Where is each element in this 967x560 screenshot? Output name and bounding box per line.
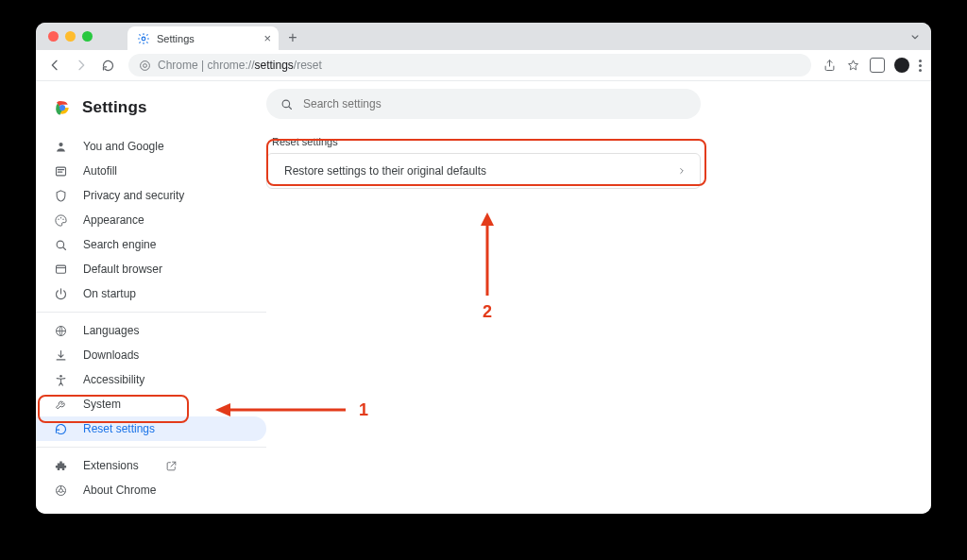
close-tab-icon[interactable]: × bbox=[263, 32, 271, 44]
kebab-menu-icon[interactable] bbox=[919, 59, 922, 72]
sidebar-item-label: On startup bbox=[83, 287, 136, 300]
sidebar-item-label: Accessibility bbox=[83, 373, 144, 386]
sidebar-item-label: Languages bbox=[83, 324, 139, 337]
sidebar-item-label: Privacy and security bbox=[83, 189, 184, 202]
content-area: Settings You and Google Autofill bbox=[36, 81, 931, 514]
address-bar[interactable]: Chrome | chrome://settings/reset bbox=[128, 54, 811, 76]
svg-point-11 bbox=[57, 241, 64, 248]
profile-avatar-icon[interactable] bbox=[894, 58, 909, 73]
sidebar-item-about-chrome[interactable]: About Chrome bbox=[36, 478, 266, 502]
svg-rect-12 bbox=[56, 265, 65, 273]
autofill-icon bbox=[53, 163, 68, 178]
sidebar-item-appearance[interactable]: Appearance bbox=[36, 208, 266, 232]
sidebar-item-label: Appearance bbox=[83, 213, 144, 227]
share-icon[interactable] bbox=[823, 59, 837, 73]
svg-point-2 bbox=[143, 63, 146, 67]
extensions-toolbar-icon[interactable] bbox=[870, 58, 885, 73]
globe-icon bbox=[53, 323, 68, 338]
settings-search[interactable] bbox=[266, 89, 701, 119]
titlebar: Settings × + bbox=[36, 23, 931, 50]
toolbar: Chrome | chrome://settings/reset bbox=[36, 50, 931, 81]
minimize-window-button[interactable] bbox=[65, 31, 76, 42]
bookmark-icon[interactable] bbox=[846, 59, 860, 73]
power-icon bbox=[53, 286, 68, 301]
svg-point-0 bbox=[142, 37, 145, 41]
divider bbox=[36, 447, 266, 448]
sidebar-item-reset-settings[interactable]: Reset settings bbox=[36, 416, 266, 441]
sidebar-item-languages[interactable]: Languages bbox=[36, 318, 266, 343]
accessibility-icon bbox=[53, 372, 68, 387]
settings-sidebar: Settings You and Google Autofill bbox=[36, 81, 266, 514]
sidebar-item-label: Autofill bbox=[83, 164, 117, 178]
new-tab-button[interactable]: + bbox=[285, 30, 300, 45]
browser-window: Settings × + Chr bbox=[36, 23, 931, 514]
chrome-logo-icon bbox=[53, 98, 72, 117]
close-window-button[interactable] bbox=[48, 31, 59, 42]
settings-nav: You and Google Autofill Privacy and secu… bbox=[36, 134, 266, 502]
svg-point-14 bbox=[59, 374, 62, 377]
search-icon bbox=[280, 97, 294, 111]
svg-point-8 bbox=[58, 218, 59, 219]
wrench-icon bbox=[53, 397, 68, 412]
external-link-icon bbox=[165, 460, 178, 472]
back-button[interactable] bbox=[45, 56, 64, 75]
divider bbox=[36, 312, 266, 313]
address-text: Chrome | chrome://settings/reset bbox=[158, 59, 322, 72]
sidebar-item-label: About Chrome bbox=[83, 484, 156, 497]
site-info-icon[interactable] bbox=[138, 59, 151, 72]
person-icon bbox=[53, 139, 68, 154]
sidebar-item-privacy[interactable]: Privacy and security bbox=[36, 183, 266, 208]
chrome-icon bbox=[53, 483, 68, 498]
sidebar-item-you-and-google[interactable]: You and Google bbox=[36, 134, 266, 159]
search-icon bbox=[53, 237, 68, 252]
sidebar-item-label: Reset settings bbox=[83, 422, 155, 435]
tabstrip-overflow-icon[interactable] bbox=[908, 30, 922, 43]
settings-main: Reset settings Restore settings to their… bbox=[266, 81, 931, 514]
browser-icon bbox=[53, 262, 68, 277]
browser-tab-settings[interactable]: Settings × bbox=[127, 26, 279, 50]
download-icon bbox=[53, 348, 68, 363]
sidebar-item-search-engine[interactable]: Search engine bbox=[36, 232, 266, 257]
svg-point-1 bbox=[140, 60, 149, 70]
reload-button[interactable] bbox=[98, 56, 117, 75]
sidebar-item-label: You and Google bbox=[83, 140, 164, 153]
restore-icon bbox=[53, 421, 68, 436]
forward-button[interactable] bbox=[72, 56, 91, 75]
svg-point-6 bbox=[59, 142, 62, 145]
svg-rect-7 bbox=[56, 167, 65, 176]
extension-icon bbox=[53, 458, 68, 473]
maximize-window-button[interactable] bbox=[82, 31, 93, 42]
sidebar-item-default-browser[interactable]: Default browser bbox=[36, 257, 266, 281]
row-label: Restore settings to their original defau… bbox=[284, 164, 486, 178]
settings-title: Settings bbox=[82, 98, 147, 117]
settings-header: Settings bbox=[36, 94, 266, 127]
tab-title: Settings bbox=[157, 33, 195, 44]
palette-icon bbox=[53, 212, 68, 228]
sidebar-item-on-startup[interactable]: On startup bbox=[36, 281, 266, 306]
sidebar-item-label: Extensions bbox=[83, 459, 139, 472]
svg-point-17 bbox=[282, 100, 290, 108]
sidebar-item-accessibility[interactable]: Accessibility bbox=[36, 367, 266, 392]
window-controls bbox=[48, 31, 93, 42]
sidebar-item-system[interactable]: System bbox=[36, 392, 266, 416]
sidebar-item-downloads[interactable]: Downloads bbox=[36, 343, 266, 367]
restore-defaults-row[interactable]: Restore settings to their original defau… bbox=[266, 153, 701, 189]
sidebar-item-label: System bbox=[83, 398, 121, 411]
sidebar-item-label: Default browser bbox=[83, 263, 162, 276]
svg-point-16 bbox=[59, 488, 62, 492]
svg-point-9 bbox=[59, 217, 60, 218]
chevron-right-icon bbox=[677, 166, 687, 176]
section-title: Reset settings bbox=[272, 136, 338, 147]
sidebar-item-autofill[interactable]: Autofill bbox=[36, 159, 266, 183]
search-input[interactable] bbox=[303, 97, 687, 110]
shield-icon bbox=[53, 188, 68, 203]
sidebar-item-label: Downloads bbox=[83, 348, 139, 362]
toolbar-actions bbox=[823, 58, 922, 73]
svg-point-10 bbox=[62, 218, 63, 219]
sidebar-item-extensions[interactable]: Extensions bbox=[36, 453, 266, 478]
gear-icon bbox=[137, 32, 150, 45]
sidebar-item-label: Search engine bbox=[83, 238, 156, 251]
